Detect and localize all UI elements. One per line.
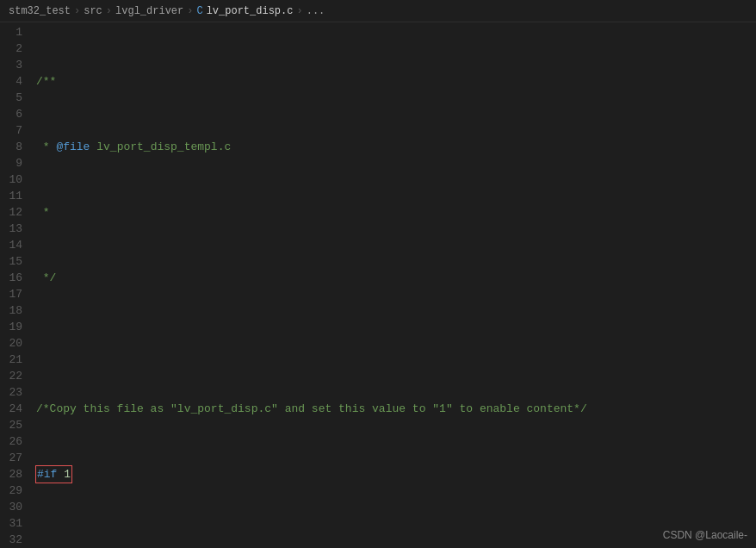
code-content: /** * @file lv_port_disp_templ.c * */ /*…: [31, 22, 756, 548]
code-line-7: #if 1: [36, 466, 756, 483]
breadcrumb-part-1[interactable]: stm32_test: [9, 5, 71, 17]
breadcrumb-filetype-icon: C: [196, 5, 202, 17]
csdn-watermark: CSDN @Laocaile-: [663, 529, 747, 541]
breadcrumb: stm32_test › src › lvgl_driver › C lv_po…: [0, 0, 756, 22]
breadcrumb-more: ...: [307, 5, 325, 17]
breadcrumb-part-2[interactable]: src: [84, 5, 102, 17]
code-line-2: * @file lv_port_disp_templ.c: [36, 139, 756, 155]
code-line-3: *: [36, 204, 756, 221]
code-line-5: [36, 335, 756, 352]
code-line-6: /*Copy this file as "lv_port_disp.c" and…: [36, 401, 756, 417]
code-line-1: /**: [36, 73, 756, 90]
code-area: 12345 678910 1112131415 1617181920 21222…: [0, 22, 756, 548]
line-numbers: 12345 678910 1112131415 1617181920 21222…: [0, 22, 31, 548]
breadcrumb-file[interactable]: lv_port_disp.c: [207, 5, 294, 17]
code-line-8: [36, 532, 756, 548]
code-line-4: */: [36, 270, 756, 286]
breadcrumb-part-3[interactable]: lvgl_driver: [115, 5, 183, 17]
